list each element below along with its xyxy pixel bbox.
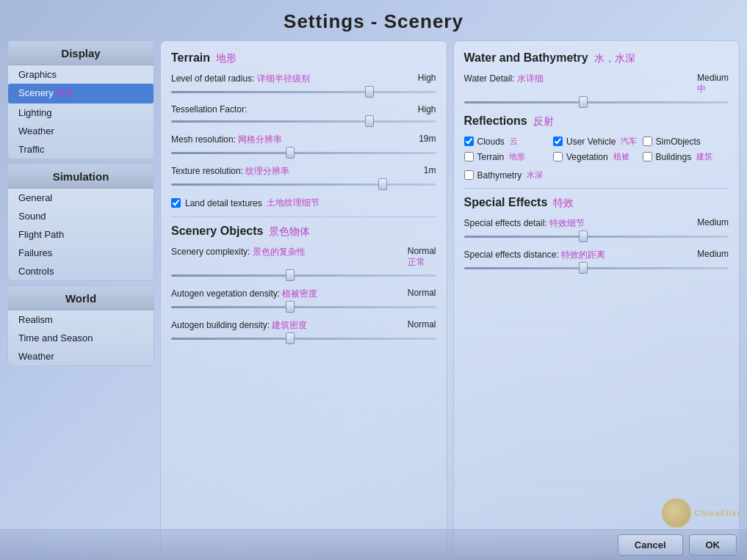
sidebar-display-section: Display Graphics Scenery 风景 Lighting Wea… bbox=[7, 40, 154, 159]
sidebar-item-flightpath[interactable]: Flight Path bbox=[8, 225, 154, 244]
main-layout: Display Graphics Scenery 风景 Lighting Wea… bbox=[0, 40, 747, 556]
sfx-distance-slider[interactable] bbox=[464, 263, 729, 273]
ref-uservehicle-checkbox[interactable] bbox=[553, 137, 563, 146]
ref-buildings-checkbox[interactable] bbox=[643, 152, 652, 161]
sidebar-item-weather-world[interactable]: Weather bbox=[8, 347, 154, 366]
land-detail-row: Land detail textures 土地纹理细节 bbox=[171, 197, 436, 209]
ref-clouds-checkbox[interactable] bbox=[464, 137, 474, 146]
vegetation-slider[interactable] bbox=[171, 302, 436, 312]
sidebar-item-scenery[interactable]: Scenery 风景 bbox=[8, 84, 154, 103]
lod-setting: Level of detail radius: 详细半径级别 High bbox=[171, 73, 436, 97]
texture-setting: Texture resolution: 纹理分辨率 1m bbox=[171, 165, 436, 189]
ref-simobjects-checkbox[interactable] bbox=[643, 137, 652, 146]
lod-slider[interactable] bbox=[171, 87, 436, 97]
sidebar-item-failures[interactable]: Failures bbox=[8, 244, 154, 262]
tessellation-setting: Tessellation Factor: High bbox=[171, 104, 436, 126]
sidebar: Display Graphics Scenery 风景 Lighting Wea… bbox=[7, 40, 154, 556]
ref-terrain-row: Terrain 地形 bbox=[464, 151, 551, 162]
sidebar-item-general[interactable]: General bbox=[8, 189, 154, 207]
tessellation-slider[interactable] bbox=[171, 116, 436, 126]
content-area: Terrain 地形 Level of detail radius: 详细半径级… bbox=[160, 40, 740, 556]
sidebar-simulation-section: Simulation General Sound Flight Path Fai… bbox=[7, 164, 154, 281]
special-effects-title: Special Effects 特效 bbox=[464, 196, 729, 210]
sfx-distance-setting: Special effects distance: 特效的距离 Medium bbox=[464, 249, 729, 273]
sidebar-world-header: World bbox=[8, 286, 154, 310]
ref-terrain-checkbox[interactable] bbox=[464, 152, 474, 161]
complexity-slider[interactable] bbox=[171, 270, 436, 280]
mesh-setting: Mesh resolution: 网格分辨率 19m bbox=[171, 134, 436, 158]
sidebar-item-weather-display[interactable]: Weather bbox=[8, 122, 154, 140]
ok-button[interactable]: OK bbox=[689, 534, 737, 556]
left-panel: Terrain 地形 Level of detail radius: 详细半径级… bbox=[160, 40, 447, 556]
water-detail-slider[interactable] bbox=[464, 97, 729, 107]
reflections-title: Reflections 反射 bbox=[464, 114, 729, 128]
ref-uservehicle-row: User Vehicle 汽车 bbox=[553, 136, 640, 147]
texture-slider[interactable] bbox=[171, 179, 436, 189]
reflections-grid: Clouds 云 User Vehicle 汽车 SimObjects Terr… bbox=[464, 136, 729, 165]
sidebar-item-sound[interactable]: Sound bbox=[8, 207, 154, 225]
cancel-button[interactable]: Cancel bbox=[618, 534, 683, 556]
sidebar-item-timeseason[interactable]: Time and Season bbox=[8, 329, 154, 347]
sidebar-item-graphics[interactable]: Graphics bbox=[8, 65, 154, 84]
ref-vegetation-checkbox[interactable] bbox=[553, 152, 563, 161]
ref-clouds-row: Clouds 云 bbox=[464, 136, 551, 147]
sidebar-item-controls[interactable]: Controls bbox=[8, 262, 154, 280]
watermark: ChinaFlier bbox=[662, 498, 741, 528]
ref-bathymetry-checkbox[interactable] bbox=[464, 170, 474, 180]
complexity-setting: Scenery complexity: 景色的复杂性 Normal 正常 bbox=[171, 246, 436, 280]
land-detail-checkbox[interactable] bbox=[171, 198, 181, 208]
building-slider[interactable] bbox=[171, 333, 436, 343]
right-panel: Water and Bathymetry 水，水深 Water Detail: … bbox=[453, 40, 740, 556]
page-title: Settings - Scenery bbox=[0, 0, 747, 40]
ref-simobjects-row: SimObjects bbox=[643, 136, 729, 147]
vegetation-setting: Autogen vegetation density: 植被密度 Normal bbox=[171, 288, 436, 312]
bottom-bar: Cancel OK bbox=[0, 529, 747, 560]
sfx-detail-setting: Special effects detail: 特效细节 Medium bbox=[464, 217, 729, 241]
watermark-logo bbox=[662, 498, 691, 528]
ref-bathymetry-row: Bathymetry 水深 bbox=[464, 170, 729, 181]
scenery-objects-title: Scenery Objects 景色物体 bbox=[171, 225, 436, 239]
mesh-slider[interactable] bbox=[171, 148, 436, 158]
water-section-title: Water and Bathymetry 水，水深 bbox=[464, 51, 729, 65]
sidebar-item-realism[interactable]: Realism bbox=[8, 310, 154, 329]
sidebar-item-lighting[interactable]: Lighting bbox=[8, 103, 154, 122]
ref-vegetation-row: Vegetation 植被 bbox=[553, 151, 640, 162]
ref-buildings-row: Buildings 建筑 bbox=[643, 151, 729, 162]
sidebar-item-traffic[interactable]: Traffic bbox=[8, 140, 154, 159]
building-setting: Autogen building density: 建筑密度 Normal bbox=[171, 319, 436, 343]
sidebar-simulation-header: Simulation bbox=[8, 164, 154, 189]
terrain-section-title: Terrain 地形 bbox=[171, 51, 436, 65]
sfx-detail-slider[interactable] bbox=[464, 231, 729, 241]
sidebar-world-section: World Realism Time and Season Weather bbox=[7, 286, 154, 366]
sidebar-display-header: Display bbox=[8, 41, 154, 65]
water-detail-setting: Water Detail: 水详细 Medium 中 bbox=[464, 73, 729, 107]
